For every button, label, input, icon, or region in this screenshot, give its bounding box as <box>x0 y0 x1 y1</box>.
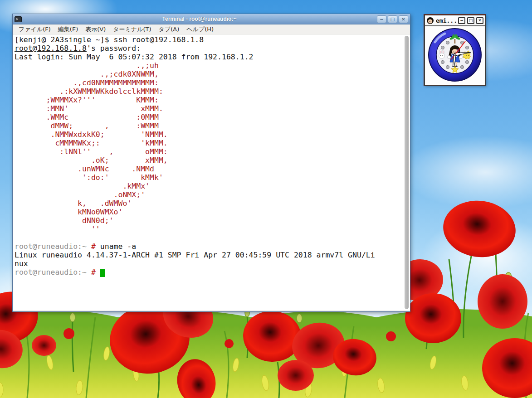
terminal-line: .oNMX;' <box>15 190 410 199</box>
terminal-line: ':do:' kMMk' <box>15 173 410 182</box>
maximize-button[interactable]: □ <box>388 15 397 23</box>
desktop: >_ Terminal - root@runeaudio:~ − □ ✕ ファイ… <box>0 0 532 398</box>
terminal-window: >_ Terminal - root@runeaudio:~ − □ ✕ ファイ… <box>12 14 410 312</box>
terminal-line: :MMN' xMMM. <box>15 104 410 113</box>
menu-help[interactable]: ヘルプ(H) <box>183 24 217 34</box>
menu-view[interactable]: 表示(V) <box>82 24 109 34</box>
terminal-line: .WMMc :0MMM <box>15 113 410 121</box>
terminal-scrollbar[interactable] <box>405 36 409 309</box>
terminal-line: .unWMNc .NMMd <box>15 165 410 173</box>
menu-tabs[interactable]: タブ(A) <box>156 24 183 34</box>
terminal-line: root@runeaudio:~ # uname -a <box>15 242 410 251</box>
emiclock-window: emi... − □ ✕ <box>424 15 486 86</box>
terminal-line: k, .dWMWo' <box>15 199 410 208</box>
terminal-line: dNN0d;' <box>15 216 410 225</box>
menu-terminal[interactable]: ターミナル(T) <box>110 24 154 34</box>
terminal-line: .,;cdk0XNWMM, <box>15 70 410 78</box>
terminal-line: '' <box>15 225 410 233</box>
terminal-content-area[interactable]: [kenji@ 2A3single ~]$ ssh root@192.168.1… <box>13 34 410 311</box>
girl-face-icon <box>426 17 434 24</box>
terminal-line: kMNo0WMXo' <box>15 208 410 216</box>
close-button[interactable]: ✕ <box>476 17 483 24</box>
terminal-line: dMMW; , :WMMM <box>15 121 410 130</box>
terminal-line: .NMMWxdxkK0; 'NMMM. <box>15 130 410 139</box>
terminal-line: [kenji@ 2A3single ~]$ ssh root@192.168.1… <box>15 35 410 44</box>
terminal-line: root@runeaudio:~ # <box>15 268 410 277</box>
terminal-line: nux <box>15 259 410 268</box>
window-controls: − □ ✕ <box>377 15 408 23</box>
menu-file[interactable]: ファイル(F) <box>15 24 54 34</box>
hand-pivot <box>454 54 456 56</box>
terminal-line: .oK; xMMM, <box>15 156 410 165</box>
terminal-line: .,cd0NMMMMMMMMMMMM: <box>15 78 410 87</box>
emiclock-face <box>425 26 485 84</box>
terminal-line: ;WMMMXx?''' KMMM: <box>15 96 410 104</box>
terminal-line: .kMMx' <box>15 182 410 190</box>
analog-clock <box>425 26 485 84</box>
terminal-titlebar[interactable]: >_ Terminal - root@runeaudio:~ − □ ✕ <box>13 14 410 24</box>
maximize-button[interactable]: □ <box>467 17 474 24</box>
terminal-line <box>15 233 410 242</box>
terminal-line: root@192.168.1.8's password: <box>15 44 410 53</box>
minimize-button[interactable]: − <box>377 15 386 23</box>
terminal-window-title: Terminal - root@runeaudio:~ <box>22 16 377 22</box>
emiclock-titlebar[interactable]: emi... − □ ✕ <box>425 15 485 26</box>
close-button[interactable]: ✕ <box>399 15 408 23</box>
terminal-line: cMMMMWKx;: 'kMMM. <box>15 139 410 147</box>
menu-edit[interactable]: 編集(E) <box>55 24 81 34</box>
terminal-line: :lNNl'' , oMMM: <box>15 147 410 156</box>
emiclock-title: emi... <box>436 17 456 24</box>
minimize-button[interactable]: − <box>458 17 465 24</box>
terminal-icon: >_ <box>15 16 22 22</box>
terminal-line: Last login: Sun May 6 05:07:32 2018 from… <box>15 53 410 61</box>
terminal-cursor <box>100 269 105 277</box>
terminal-menubar: ファイル(F) 編集(E) 表示(V) ターミナル(T) タブ(A) ヘルプ(H… <box>13 24 410 34</box>
terminal-text: [kenji@ 2A3single ~]$ ssh root@192.168.1… <box>13 34 410 277</box>
terminal-line: .:kXWMMMWKkdolcclkMMMM: <box>15 87 410 96</box>
terminal-line: .,;uh <box>15 61 410 70</box>
terminal-line: Linux runeaudio 4.14.37-1-ARCH #1 SMP Fr… <box>15 251 410 259</box>
